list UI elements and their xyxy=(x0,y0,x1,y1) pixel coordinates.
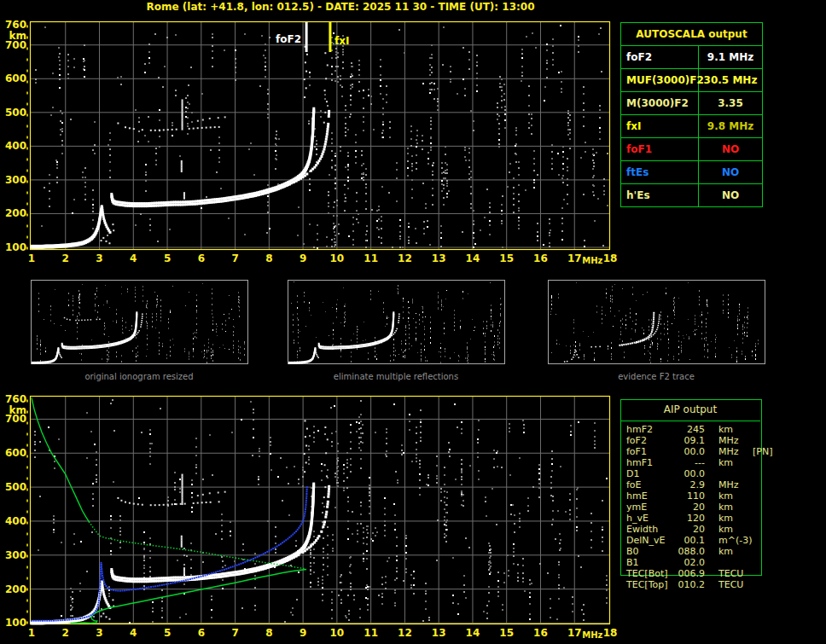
aip-label: hmF2 xyxy=(626,424,676,435)
aip-unit: m^(-3) xyxy=(718,535,751,546)
svg-text:2: 2 xyxy=(62,627,69,639)
aip-value: 088.0 xyxy=(676,546,705,557)
svg-text:16: 16 xyxy=(533,252,548,264)
thumbnail-caption-1: original ionogram resized xyxy=(31,372,247,381)
svg-text:10: 10 xyxy=(330,627,345,639)
svg-text:5: 5 xyxy=(164,252,171,264)
autoscala-app-screen: 760700600500400300200100km12345678910111… xyxy=(0,0,826,644)
aip-unit: km xyxy=(718,457,751,468)
svg-text:14: 14 xyxy=(466,627,480,639)
svg-text:6: 6 xyxy=(198,252,205,264)
svg-text:13: 13 xyxy=(432,252,446,264)
aip-label: h_vE xyxy=(626,513,676,524)
svg-text:12: 12 xyxy=(398,627,412,639)
svg-text:9: 9 xyxy=(300,252,306,264)
param-value-ftEs: NO xyxy=(699,161,762,183)
param-label-foF1: foF1 xyxy=(621,138,699,160)
aip-label: D1 xyxy=(626,468,676,479)
aip-value: 110 xyxy=(676,490,705,502)
aip-value: 245 xyxy=(676,424,705,435)
svg-text:1: 1 xyxy=(28,252,35,264)
svg-text:17: 17 xyxy=(567,627,582,639)
aip-label: hmE xyxy=(626,490,676,502)
aip-unit: km xyxy=(718,546,751,557)
aip-label: foE xyxy=(626,479,676,490)
svg-text:km: km xyxy=(9,404,26,416)
aip-unit: TECU xyxy=(718,579,751,590)
aip-unit xyxy=(718,468,751,479)
param-value-MUF3000F2: 30.5 MHz xyxy=(699,69,762,91)
table-row: foF2 9.1 MHz xyxy=(621,46,762,69)
aip-unit: km xyxy=(718,424,751,435)
svg-text:760: 760 xyxy=(5,393,26,405)
table-row: TEC[Bot]006.9TECU xyxy=(626,568,772,579)
table-row: ftEs NO xyxy=(621,161,762,184)
aip-note: [PN] xyxy=(753,446,772,457)
aip-label: TEC[Bot] xyxy=(626,568,676,579)
table-row: B0088.0km xyxy=(626,546,772,557)
page-title: Rome (lat: +41.8, lon: 012.5) - DATE: 20… xyxy=(31,1,650,13)
table-row: hmF2245km xyxy=(626,424,772,435)
aip-value: 00.1 xyxy=(676,535,705,546)
param-value-foF2: 9.1 MHz xyxy=(699,46,762,68)
svg-text:100: 100 xyxy=(5,241,26,253)
param-label-M3000F2: M(3000)F2 xyxy=(621,92,699,114)
svg-text:600: 600 xyxy=(5,73,26,84)
aip-table-title: AIP output xyxy=(620,399,760,421)
table-row: D100.0 xyxy=(626,468,772,479)
aip-unit: MHz xyxy=(718,435,751,446)
aip-unit: km xyxy=(718,524,751,535)
aip-unit: MHz xyxy=(718,479,751,490)
svg-text:400: 400 xyxy=(5,515,26,527)
table-row: fxI 9.8 MHz xyxy=(621,115,762,138)
svg-text:6: 6 xyxy=(198,627,205,639)
svg-text:3: 3 xyxy=(96,627,102,639)
aip-value: 00.0 xyxy=(676,446,705,457)
svg-text:300: 300 xyxy=(5,174,26,186)
aip-label: Ewidth xyxy=(626,524,676,535)
svg-text:13: 13 xyxy=(432,627,446,639)
svg-text:7: 7 xyxy=(231,252,238,264)
param-value-M3000F2: 3.35 xyxy=(699,92,762,114)
svg-text:7: 7 xyxy=(231,627,238,639)
aip-unit: km xyxy=(718,490,751,502)
svg-text:km: km xyxy=(9,30,26,42)
svg-text:15: 15 xyxy=(499,252,514,264)
aip-rows: hmF2245km foF209.1MHz foF100.0MHz[PN] hm… xyxy=(626,424,772,590)
svg-text:14: 14 xyxy=(466,252,480,264)
svg-text:4: 4 xyxy=(130,252,137,264)
svg-text:18: 18 xyxy=(603,252,618,264)
param-value-foF1: NO xyxy=(699,138,762,160)
table-row: h_vE120km xyxy=(626,513,772,524)
aip-header-divider xyxy=(621,421,760,421)
autoscala-table-title: AUTOSCALA output xyxy=(621,23,762,46)
aip-label: TEC[Top] xyxy=(626,579,676,590)
aip-value: 09.1 xyxy=(676,435,705,446)
aip-value: 02.0 xyxy=(676,557,705,568)
table-row: ymE20km xyxy=(626,502,772,513)
autoscala-output-table: AUTOSCALA output foF2 9.1 MHz MUF(3000)F… xyxy=(620,22,763,207)
aip-label: B0 xyxy=(626,546,676,557)
svg-text:MHz: MHz xyxy=(582,630,602,640)
svg-text:11: 11 xyxy=(364,252,378,264)
svg-text:200: 200 xyxy=(5,583,26,595)
table-row: hmE110km xyxy=(626,490,772,502)
svg-text:500: 500 xyxy=(5,481,26,493)
svg-text:600: 600 xyxy=(5,447,26,459)
table-row: hmF1---km xyxy=(626,457,772,468)
table-row: TEC[Top]010.2TECU xyxy=(626,579,772,590)
svg-text:foF2: foF2 xyxy=(276,33,301,45)
table-row: DelN_vE00.1m^(-3) xyxy=(626,535,772,546)
svg-text:16: 16 xyxy=(533,627,548,639)
aip-value: 20 xyxy=(676,502,705,513)
thumbnail-caption-2: eliminate multiple reflections xyxy=(288,372,504,381)
param-label-fxI: fxI xyxy=(621,115,699,137)
aip-label: ymE xyxy=(626,502,676,513)
param-value-hEs: NO xyxy=(699,184,762,206)
svg-text:MHz: MHz xyxy=(582,256,602,265)
aip-unit: km xyxy=(718,502,751,513)
table-row: MUF(3000)F2 30.5 MHz xyxy=(621,69,762,92)
svg-text:12: 12 xyxy=(398,252,412,264)
svg-text:200: 200 xyxy=(5,207,26,219)
aip-label: hmF1 xyxy=(626,457,676,468)
